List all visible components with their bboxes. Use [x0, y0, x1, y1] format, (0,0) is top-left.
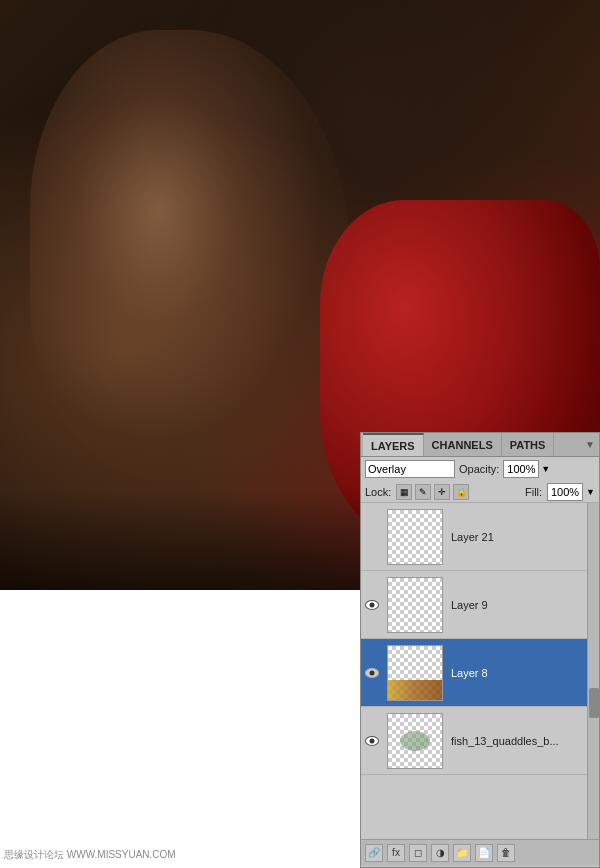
delete-layer-icon[interactable]: 🗑: [497, 844, 515, 862]
layer-visibility-toggle[interactable]: [361, 639, 383, 707]
layers-panel: LAYERS CHANNELS PATHS ▼ Overlay Normal M…: [360, 432, 600, 868]
eye-icon: [365, 668, 379, 678]
fill-arrow[interactable]: ▼: [586, 487, 595, 497]
panel-bottom-toolbar: 🔗 fx ◻ ◑ 📁 📄 🗑: [361, 839, 599, 865]
link-layers-icon[interactable]: 🔗: [365, 844, 383, 862]
tab-layers[interactable]: LAYERS: [363, 433, 424, 456]
watermark: 思缘设计论坛 WWW.MISSYUAN.COM: [4, 848, 176, 862]
lock-move-icon[interactable]: ✛: [434, 484, 450, 500]
eye-icon: [365, 736, 379, 746]
canvas-empty-area: [0, 590, 360, 868]
adjustment-icon[interactable]: ◑: [431, 844, 449, 862]
panel-tabs: LAYERS CHANNELS PATHS ▼: [361, 433, 599, 457]
opacity-input[interactable]: [503, 460, 539, 478]
lock-label: Lock:: [365, 486, 391, 498]
new-layer-icon[interactable]: 📄: [475, 844, 493, 862]
lock-brush-icon[interactable]: ✎: [415, 484, 431, 500]
tab-channels[interactable]: CHANNELS: [424, 433, 502, 456]
layer-visibility-toggle[interactable]: [361, 503, 383, 571]
layer-thumbnail: [387, 645, 443, 701]
mask-icon[interactable]: ◻: [409, 844, 427, 862]
scrollbar-thumb[interactable]: [589, 688, 599, 718]
opacity-arrow[interactable]: ▼: [541, 464, 550, 474]
layer-thumbnail: [387, 577, 443, 633]
fx-icon[interactable]: fx: [387, 844, 405, 862]
lock-all-icon[interactable]: 🔒: [453, 484, 469, 500]
layer-visibility-toggle[interactable]: [361, 571, 383, 639]
layer-name: Layer 8: [447, 667, 599, 679]
face-element: [30, 30, 350, 480]
lock-checkered-icon[interactable]: ▦: [396, 484, 412, 500]
opacity-control: ▼: [503, 460, 550, 478]
lock-row: Lock: ▦ ✎ ✛ 🔒 Fill: ▼: [361, 481, 599, 503]
opacity-label: Opacity:: [459, 463, 499, 475]
blend-mode-select[interactable]: Overlay Normal Multiply Screen: [365, 460, 455, 478]
eye-icon: [365, 600, 379, 610]
layer-name: Layer 9: [447, 599, 599, 611]
layer-item[interactable]: fish_13_quaddles_b...: [361, 707, 599, 775]
layer-visibility-toggle[interactable]: [361, 707, 383, 775]
fill-label: Fill:: [525, 486, 542, 498]
layer-thumbnail: [387, 509, 443, 565]
layer-thumbnail: [387, 713, 443, 769]
layers-list: Layer 21 Layer 9 Layer 8: [361, 503, 599, 839]
fill-input[interactable]: [547, 483, 583, 501]
group-icon[interactable]: 📁: [453, 844, 471, 862]
layer-name: fish_13_quaddles_b...: [447, 735, 599, 747]
layers-scrollbar[interactable]: [587, 503, 599, 839]
tab-paths[interactable]: PATHS: [502, 433, 555, 456]
layer-name: Layer 21: [447, 531, 599, 543]
panel-close-icon[interactable]: ▼: [585, 439, 595, 450]
blend-mode-row: Overlay Normal Multiply Screen Opacity: …: [361, 457, 599, 481]
layer-item[interactable]: Layer 9: [361, 571, 599, 639]
layer-item[interactable]: Layer 21: [361, 503, 599, 571]
layer-item-selected[interactable]: Layer 8: [361, 639, 599, 707]
